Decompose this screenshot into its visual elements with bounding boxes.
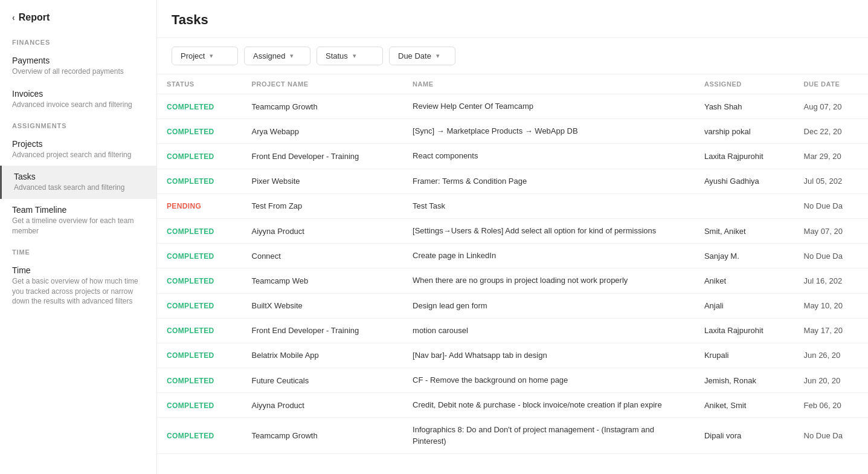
filter-assigned[interactable]: Assigned▾	[244, 47, 310, 65]
project-cell: Teamcamp Growth	[242, 418, 403, 453]
status-cell: COMPLETED	[157, 268, 242, 293]
table-row[interactable]: COMPLETEDPixer WebsiteFramer: Terms & Co…	[157, 169, 868, 193]
assigned-cell: Smit, Aniket	[695, 218, 794, 243]
assigned-cell	[695, 193, 794, 218]
project-cell: Belatrix Mobile App	[242, 343, 403, 368]
col-header-name: NAME	[403, 74, 695, 94]
status-cell: COMPLETED	[157, 119, 242, 144]
task-name-cell: Infographics 8: Do and Don't of project …	[403, 418, 695, 453]
project-cell: Teamcamp Growth	[242, 94, 403, 119]
sidebar-item-projects[interactable]: ProjectsAdvanced project search and filt…	[0, 133, 156, 166]
status-badge: COMPLETED	[167, 432, 214, 440]
sidebar-section-label: ASSIGNMENTS	[0, 116, 156, 133]
due-date-cell: Jun 20, 20	[794, 368, 868, 393]
table-row[interactable]: COMPLETEDTeamcamp GrowthReview Help Cent…	[157, 94, 868, 119]
status-badge: COMPLETED	[167, 302, 214, 310]
status-cell: COMPLETED	[157, 293, 242, 318]
table-row[interactable]: COMPLETEDFront End Developer - TrainingR…	[157, 144, 868, 169]
due-date-cell: No Due Da	[794, 418, 868, 453]
sidebar-section-label: FINANCES	[0, 33, 156, 50]
due-date-cell: Jul 16, 202	[794, 268, 868, 293]
due-date-cell: Mar 29, 20	[794, 144, 868, 169]
sidebar-item-desc: Advanced invoice search and filtering	[12, 100, 144, 110]
table-row[interactable]: COMPLETEDArya Webapp[Sync] → Marketplace…	[157, 119, 868, 144]
sidebar-item-team-timeline[interactable]: Team TimelineGet a timeline overview for…	[0, 199, 156, 242]
status-badge: COMPLETED	[167, 277, 214, 285]
table-row[interactable]: COMPLETEDTeamcamp GrowthInfographics 8: …	[157, 418, 868, 453]
filter-due-date[interactable]: Due Date▾	[389, 47, 455, 65]
sidebar-item-desc: Get a timeline overview for each team me…	[12, 216, 144, 236]
filter-project[interactable]: Project▾	[172, 47, 238, 65]
due-date-cell: No Due Da	[794, 193, 868, 218]
status-cell: COMPLETED	[157, 318, 242, 343]
status-cell: COMPLETED	[157, 418, 242, 453]
assigned-cell: Anjali	[695, 293, 794, 318]
table-row[interactable]: COMPLETEDConnectCreate page in LinkedInS…	[157, 244, 868, 268]
table-row[interactable]: COMPLETEDFuture CeuticalsCF - Remove the…	[157, 368, 868, 393]
table-row[interactable]: PENDINGTest From ZapTest TaskNo Due Da	[157, 193, 868, 218]
status-cell: COMPLETED	[157, 393, 242, 418]
assigned-cell: Ayushi Gadhiya	[695, 169, 794, 193]
main-content: Tasks Project▾Assigned▾Status▾Due Date▾ …	[157, 0, 868, 474]
status-cell: COMPLETED	[157, 368, 242, 393]
table-row[interactable]: COMPLETEDBuiltX WebsiteDesign lead gen f…	[157, 293, 868, 318]
project-cell: Teamcamp Web	[242, 268, 403, 293]
task-name-cell: [Nav bar]- Add Whatsapp tab in design	[403, 343, 695, 368]
status-badge: COMPLETED	[167, 227, 214, 236]
tasks-table-container[interactable]: STATUSPROJECT NAMENAMEASSIGNEDDUE DATE C…	[157, 74, 868, 474]
assigned-cell: Krupali	[695, 343, 794, 368]
sidebar-item-title: Time	[12, 265, 144, 275]
project-cell: BuiltX Website	[242, 293, 403, 318]
task-name-cell: React components	[403, 144, 695, 169]
table-row[interactable]: COMPLETEDBelatrix Mobile App[Nav bar]- A…	[157, 343, 868, 368]
assigned-cell: Jemish, Ronak	[695, 368, 794, 393]
chevron-down-icon: ▾	[210, 52, 213, 60]
assigned-cell: Sanjay M.	[695, 244, 794, 268]
table-header-row: STATUSPROJECT NAMENAMEASSIGNEDDUE DATE	[157, 74, 868, 94]
filter-label: Assigned	[253, 51, 285, 60]
task-name-cell: When there are no groups in project load…	[403, 268, 695, 293]
table-row[interactable]: COMPLETEDFront End Developer - Trainingm…	[157, 318, 868, 343]
sidebar-item-time[interactable]: TimeGet a basic overview of how much tim…	[0, 259, 156, 313]
back-button[interactable]: ‹ Report	[0, 0, 156, 33]
table-row[interactable]: COMPLETEDTeamcamp WebWhen there are no g…	[157, 268, 868, 293]
table-row[interactable]: COMPLETEDAiyyna Product[Settings→Users &…	[157, 218, 868, 243]
status-cell: COMPLETED	[157, 218, 242, 243]
project-cell: Front End Developer - Training	[242, 318, 403, 343]
filter-bar: Project▾Assigned▾Status▾Due Date▾	[157, 38, 868, 74]
tasks-table: STATUSPROJECT NAMENAMEASSIGNEDDUE DATE C…	[157, 74, 868, 454]
chevron-down-icon: ▾	[290, 52, 294, 60]
project-cell: Pixer Website	[242, 169, 403, 193]
due-date-cell: No Due Da	[794, 244, 868, 268]
assigned-cell: Laxita Rajpurohit	[695, 144, 794, 169]
col-header-project: PROJECT NAME	[242, 74, 403, 94]
chevron-left-icon: ‹	[12, 13, 15, 22]
sidebar-item-tasks[interactable]: TasksAdvanced task search and filtering	[0, 166, 156, 199]
sidebar: ‹ Report FINANCESPaymentsOverview of all…	[0, 0, 157, 474]
status-badge: COMPLETED	[167, 103, 214, 111]
assigned-cell: Aniket, Smit	[695, 393, 794, 418]
assigned-cell: Aniket	[695, 268, 794, 293]
status-cell: PENDING	[157, 193, 242, 218]
project-cell: Future Ceuticals	[242, 368, 403, 393]
table-row[interactable]: COMPLETEDAiyyna ProductCredit, Debit not…	[157, 393, 868, 418]
status-badge: COMPLETED	[167, 252, 214, 261]
sidebar-item-desc: Get a basic overview of how much time yo…	[12, 276, 144, 307]
col-header-due: DUE DATE	[794, 74, 868, 94]
task-name-cell: Design lead gen form	[403, 293, 695, 318]
assigned-cell: Dipali vora	[695, 418, 794, 453]
status-badge: COMPLETED	[167, 377, 214, 385]
col-header-status: STATUS	[157, 74, 242, 94]
task-name-cell: Credit, Debit note & purchase - block in…	[403, 393, 695, 418]
col-header-assigned: ASSIGNED	[695, 74, 794, 94]
chevron-down-icon: ▾	[353, 52, 356, 60]
status-badge: COMPLETED	[167, 351, 214, 360]
sidebar-item-invoices[interactable]: InvoicesAdvanced invoice search and filt…	[0, 83, 156, 116]
status-cell: COMPLETED	[157, 169, 242, 193]
sidebar-item-desc: Advanced project search and filtering	[12, 150, 144, 160]
sidebar-item-payments[interactable]: PaymentsOverview of all recorded payment…	[0, 50, 156, 83]
table-body: COMPLETEDTeamcamp GrowthReview Help Cent…	[157, 94, 868, 454]
due-date-cell: May 07, 20	[794, 218, 868, 243]
status-cell: COMPLETED	[157, 94, 242, 119]
filter-status[interactable]: Status▾	[317, 47, 383, 65]
